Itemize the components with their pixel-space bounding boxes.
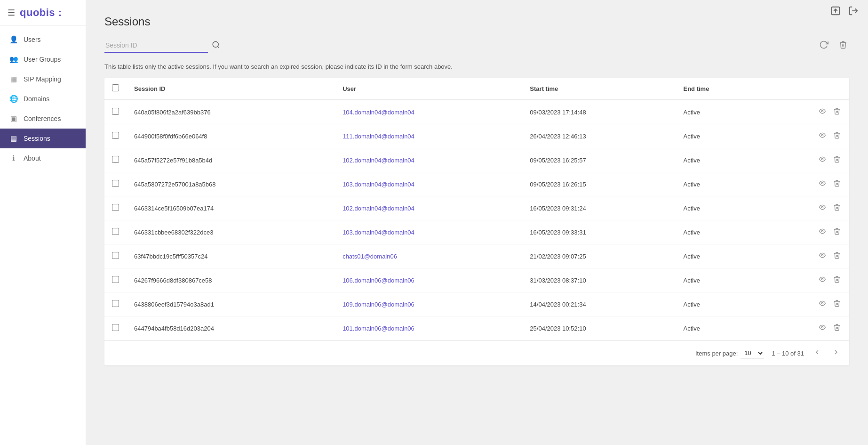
cell-user: 106.domain06@domain06 [335, 268, 522, 292]
logout-icon[interactable] [848, 6, 859, 18]
page-info: 1 – 10 of 31 [772, 350, 804, 357]
delete-button-0[interactable] [832, 106, 842, 118]
per-page-select[interactable]: 10 25 50 100 [741, 348, 764, 358]
view-button-1[interactable] [817, 131, 828, 141]
cell-start-time: 31/03/2023 08:37:10 [522, 268, 676, 292]
table-row: 6438806eef3d15794o3a8ad1 109.domain06@do… [104, 292, 849, 316]
cell-actions [764, 100, 849, 124]
col-user: User [335, 78, 522, 100]
search-button[interactable] [208, 38, 224, 54]
items-per-page: Items per page: 10 25 50 100 [695, 348, 764, 358]
user-link-1[interactable]: 111.domain04@domain04 [342, 133, 414, 140]
user-link-4[interactable]: 102.domain04@domain04 [342, 205, 414, 212]
row-checkbox-8[interactable] [112, 300, 119, 307]
sip-mapping-icon: ▦ [9, 75, 18, 83]
view-button-8[interactable] [817, 299, 828, 309]
cell-user: 103.domain04@domain04 [335, 220, 522, 244]
delete-button-3[interactable] [832, 178, 842, 190]
table-row: 645a5807272e57001a8a5b68 103.domain04@do… [104, 172, 849, 196]
delete-button-4[interactable] [832, 202, 842, 214]
user-link-6[interactable]: chats01@domain06 [342, 253, 397, 260]
sidebar-label-conferences: Conferences [24, 115, 61, 122]
cell-session-id: 640a05f806f2a2af639bb376 [127, 100, 335, 124]
cell-user: chats01@domain06 [335, 244, 522, 268]
cell-actions [764, 292, 849, 316]
session-id-input[interactable] [104, 39, 208, 53]
next-page-button[interactable] [830, 348, 842, 359]
cell-end-time: Active [676, 196, 764, 220]
svg-point-8 [821, 182, 823, 184]
delete-button-2[interactable] [832, 154, 842, 166]
view-button-5[interactable] [817, 227, 828, 237]
user-link-5[interactable]: 103.domain04@domain04 [342, 229, 414, 236]
row-checkbox-cell [104, 124, 127, 148]
cell-user: 111.domain04@domain04 [335, 124, 522, 148]
prev-page-button[interactable] [812, 348, 823, 359]
user-link-8[interactable]: 109.domain06@domain06 [342, 301, 414, 308]
view-button-2[interactable] [817, 155, 828, 165]
refresh-button[interactable] [817, 38, 830, 54]
col-actions [764, 78, 849, 100]
table-row: 63f47bbdc19c5fff50357c24 chats01@domain0… [104, 244, 849, 268]
view-button-9[interactable] [817, 323, 828, 333]
svg-point-14 [821, 326, 823, 328]
delete-button-6[interactable] [832, 250, 842, 262]
row-checkbox-0[interactable] [112, 108, 119, 115]
users-icon: 👤 [9, 35, 18, 44]
row-checkbox-4[interactable] [112, 204, 119, 211]
svg-point-11 [821, 254, 823, 256]
delete-button-5[interactable] [832, 226, 842, 238]
row-checkbox-3[interactable] [112, 180, 119, 187]
sidebar-header: ☰ quobis : [0, 0, 86, 26]
sidebar-item-sessions[interactable]: ▤ Sessions [0, 129, 86, 148]
delete-button-9[interactable] [832, 322, 842, 334]
sidebar-item-about[interactable]: ℹ About [0, 148, 86, 168]
delete-button-7[interactable] [832, 274, 842, 286]
sidebar-label-sip-mapping: SIP Mapping [24, 75, 61, 83]
hamburger-icon[interactable]: ☰ [8, 8, 15, 18]
view-button-3[interactable] [817, 179, 828, 189]
svg-point-12 [821, 278, 823, 280]
row-checkbox-1[interactable] [112, 132, 119, 139]
user-link-0[interactable]: 104.domain04@domain04 [342, 109, 414, 116]
cell-user: 102.domain04@domain04 [335, 148, 522, 172]
row-checkbox-5[interactable] [112, 228, 119, 235]
sidebar-item-sip-mapping[interactable]: ▦ SIP Mapping [0, 69, 86, 89]
user-link-7[interactable]: 106.domain06@domain06 [342, 277, 414, 284]
sidebar-item-user-groups[interactable]: 👥 User Groups [0, 49, 86, 69]
sidebar-item-conferences[interactable]: ▣ Conferences [0, 109, 86, 129]
row-checkbox-6[interactable] [112, 252, 119, 259]
main-content: Sessions [86, 0, 868, 445]
row-checkbox-2[interactable] [112, 156, 119, 163]
cell-start-time: 09/05/2023 16:26:15 [522, 172, 676, 196]
row-checkbox-7[interactable] [112, 276, 119, 283]
delete-button-1[interactable] [832, 130, 842, 142]
table-row: 64267f9666d8df380867ce58 106.domain06@do… [104, 268, 849, 292]
user-link-3[interactable]: 103.domain04@domain04 [342, 181, 414, 188]
row-checkbox-9[interactable] [112, 324, 119, 331]
search-bar [104, 38, 849, 54]
svg-point-13 [821, 302, 823, 304]
cell-end-time: Active [676, 148, 764, 172]
delete-all-button[interactable] [837, 38, 849, 54]
cell-start-time: 16/05/2023 09:31:24 [522, 196, 676, 220]
cell-end-time: Active [676, 124, 764, 148]
table-row: 644794ba4fb58d16d203a204 101.domain06@do… [104, 316, 849, 340]
cell-actions [764, 220, 849, 244]
delete-button-8[interactable] [832, 298, 842, 310]
about-icon: ℹ [9, 154, 18, 162]
view-button-0[interactable] [817, 107, 828, 117]
upload-icon[interactable] [830, 6, 841, 18]
view-button-6[interactable] [817, 251, 828, 261]
user-link-2[interactable]: 102.domain04@domain04 [342, 157, 414, 164]
view-button-4[interactable] [817, 203, 828, 213]
user-link-9[interactable]: 101.domain06@domain06 [342, 325, 414, 332]
sidebar-item-users[interactable]: 👤 Users [0, 30, 86, 49]
col-start-time: Start time [522, 78, 676, 100]
row-checkbox-cell [104, 268, 127, 292]
view-button-7[interactable] [817, 275, 828, 285]
domains-icon: 🌐 [9, 95, 18, 103]
cell-user: 103.domain04@domain04 [335, 172, 522, 196]
sidebar-item-domains[interactable]: 🌐 Domains [0, 89, 86, 109]
select-all-checkbox[interactable] [112, 84, 119, 91]
